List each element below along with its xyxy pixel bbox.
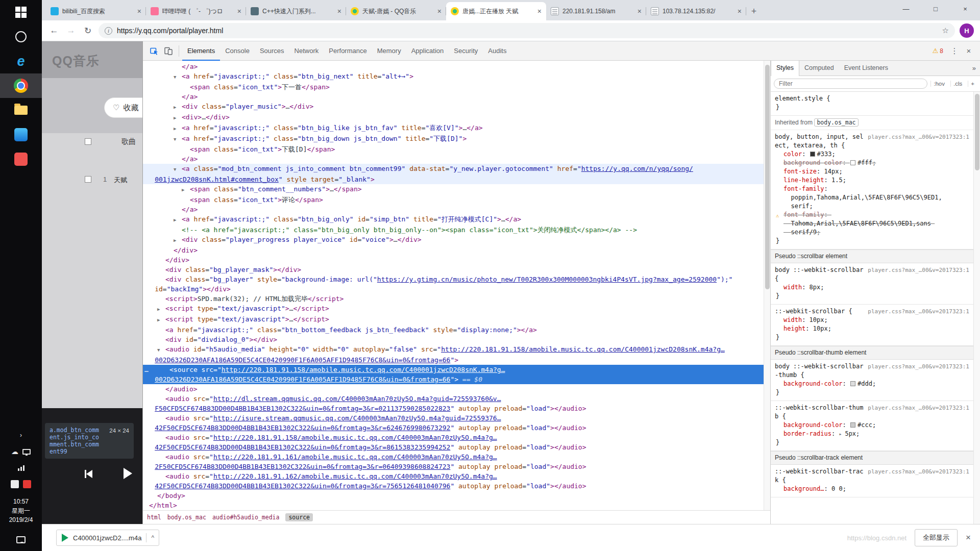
scrollbar-thumb[interactable] xyxy=(765,65,770,289)
css-property[interactable]: background-color: #ddd; xyxy=(775,380,969,388)
devtools-tab-network[interactable]: Network xyxy=(289,41,324,61)
new-tab-button[interactable]: + xyxy=(746,4,762,19)
tab-close-icon[interactable]: × xyxy=(137,8,141,15)
taskbar-item-app-blue[interactable] xyxy=(0,122,42,147)
code-line[interactable]: <audio src="http://220.181.91.162/amobil… xyxy=(143,471,770,481)
download-bar-close-icon[interactable]: × xyxy=(966,533,971,543)
devtools-tab-application[interactable]: Application xyxy=(406,41,449,61)
row-checkbox[interactable] xyxy=(85,176,91,183)
tab-close-icon[interactable]: × xyxy=(337,8,341,15)
start-button[interactable] xyxy=(0,0,42,24)
devtools-tab-performance[interactable]: Performance xyxy=(324,41,372,61)
taskbar-item-chrome[interactable] xyxy=(0,73,42,98)
code-line[interactable]: 002D6326D230AFA186A59DE5C4CE0420990F1F6A… xyxy=(143,355,770,365)
css-property[interactable]: width: 10px; xyxy=(775,316,969,324)
css-property[interactable]: height: 10px; xyxy=(775,324,969,333)
code-line[interactable]: <audio src="http://dl.stream.qqmusic.qq.… xyxy=(143,394,770,404)
devtools-tab-elements[interactable]: Elements xyxy=(182,41,220,61)
previous-track-icon[interactable] xyxy=(85,470,92,478)
devtools-close-icon[interactable]: × xyxy=(962,41,976,61)
show-all-downloads-button[interactable]: 全部显示 xyxy=(915,529,958,546)
code-line[interactable]: 2F50CFD5CF674B83DD00D4BB1B43EB1302C322&u… xyxy=(143,462,770,471)
code-line[interactable]: <a href="javascript:;" class="btn_bottom… xyxy=(143,325,770,335)
console-warning-count[interactable]: ⚠ 8 xyxy=(928,47,947,55)
color-swatch[interactable] xyxy=(850,160,855,165)
code-line[interactable]: <div class="bg_player" style="background… xyxy=(143,274,770,284)
maximize-button[interactable]: □ xyxy=(921,0,950,17)
code-line[interactable]: 42F50CFD5CF674B83DD00D4BB1B43EB1302C322&… xyxy=(143,423,770,433)
browser-tab-bilibili-search[interactable]: bilibili_百度搜索 × xyxy=(46,2,146,20)
code-line[interactable]: <audio src="http://220.181.91.158/amobil… xyxy=(143,433,770,442)
tab-event-listeners[interactable]: Event Listeners xyxy=(839,61,893,76)
css-rule[interactable]: player.css?max_…00&v=2017323:1body, butt… xyxy=(771,130,973,249)
taskbar-item-cortana[interactable] xyxy=(0,24,42,49)
css-property[interactable]: color: #333; xyxy=(775,150,969,159)
code-line[interactable]: ▶<a href="javascript:;" class="btn_big_l… xyxy=(143,123,770,134)
css-property[interactable]: font-size: 14px; xyxy=(775,167,969,176)
download-menu-icon[interactable]: ^ xyxy=(146,533,159,542)
tab-computed[interactable]: Computed xyxy=(799,61,839,76)
css-rule[interactable]: player.css?max_…00&v=2017323:1body ::-we… xyxy=(771,360,973,401)
devtools-tab-console[interactable]: Console xyxy=(220,41,255,61)
css-property[interactable]: background-color: #fff; xyxy=(775,159,969,167)
code-line[interactable]: <audio src="http://isure.stream.qqmusic.… xyxy=(143,413,770,423)
inherited-node-link[interactable]: body.os_mac xyxy=(814,118,858,127)
styles-filter-input[interactable] xyxy=(774,79,927,89)
inspect-element-icon[interactable] xyxy=(147,41,161,61)
tab-close-icon[interactable]: × xyxy=(437,8,442,15)
color-swatch[interactable] xyxy=(850,422,855,428)
breadcrumb-item-selected[interactable]: source xyxy=(285,513,313,521)
qqmusic-logo[interactable]: QQ音乐 xyxy=(52,53,100,69)
collect-button[interactable]: ♡ 收藏 xyxy=(104,97,142,118)
song-row-title[interactable]: 天赋 xyxy=(114,176,127,185)
browser-tab-cpp-tutorial[interactable]: C++快速入门系列... × xyxy=(246,2,346,20)
taskbar-clock[interactable]: 10:57 星期一 2019/2/4 xyxy=(9,493,33,529)
css-rule[interactable]: player.css?max_…00&v=2017323:1::-webkit-… xyxy=(771,465,973,497)
stylesheet-link[interactable]: player.css?max_…00&v=2017323:1 xyxy=(868,362,969,371)
browser-tab-ip-103[interactable]: 103.78.124.135:82/ × xyxy=(646,2,746,20)
code-line[interactable]: ▼<audio id="h5audio_media" height="0" wi… xyxy=(143,344,770,355)
code-line[interactable]: ▼<a href="javascript:;" class="btn_big_n… xyxy=(143,71,770,82)
tabs-overflow-icon[interactable]: » xyxy=(968,64,980,72)
browser-tab-qqmusic-song[interactable]: 天赋-唐嫣 - QQ音乐 × xyxy=(346,2,446,20)
color-swatch[interactable] xyxy=(810,152,815,157)
stylesheet-link[interactable]: player.css?max_…00&v=2017323:1 xyxy=(868,307,969,316)
address-url[interactable]: https://y.qq.com/portal/player.html xyxy=(117,27,938,35)
color-swatch[interactable] xyxy=(850,381,855,386)
code-line[interactable]: ▶<div>…</div> xyxy=(143,112,770,123)
device-toolbar-icon[interactable] xyxy=(161,41,176,61)
code-line[interactable]: <div id="divdialog_0"></div> xyxy=(143,335,770,344)
code-line[interactable]: …<source src="http://220.181.91.158/amob… xyxy=(143,365,770,374)
code-line[interactable]: <div class="bg_player_mask"></div> xyxy=(143,265,770,274)
code-line[interactable]: ▼<a href="javascript:;" class="btn_big_d… xyxy=(143,134,770,144)
code-line[interactable]: F50CFD5CF674B83DD00D4BB1B43EB1302C322&ui… xyxy=(143,404,770,413)
code-line[interactable]: </audio> xyxy=(143,384,770,394)
play-icon[interactable] xyxy=(124,468,132,479)
code-line[interactable]: ▶<a href="javascript:;" class="btn_big_o… xyxy=(143,214,770,225)
css-property[interactable]: background…: 0 0; xyxy=(775,485,969,493)
code-line[interactable]: <span class="icon_txt">下一首</span> xyxy=(143,82,770,92)
devtools-tab-sources[interactable]: Sources xyxy=(255,41,289,61)
css-property[interactable]: font-family: poppin,Tahoma,Arial,\5FAE\8… xyxy=(775,185,969,211)
minimize-button[interactable]: — xyxy=(891,0,921,17)
stylesheet-link[interactable]: player.css?max_…00&v=2017323:1 xyxy=(868,467,969,476)
omnibox[interactable]: i https://y.qq.com/portal/player.html ☆ xyxy=(99,23,955,38)
stylesheet-link[interactable]: player.css?max_…00&v=2017323:1 xyxy=(868,266,969,274)
browser-tab-ip-220[interactable]: 220.181.91.158/am × xyxy=(546,2,646,20)
taskbar-item-explorer[interactable] xyxy=(0,98,42,122)
action-center-button[interactable] xyxy=(0,529,42,551)
code-line[interactable]: id="backImg"></div> xyxy=(143,284,770,294)
code-line[interactable]: </a> xyxy=(143,154,770,164)
hover-state-toggle[interactable]: :hov xyxy=(930,81,947,87)
code-line[interactable]: <script>SPD.mark(32); // HTML加载完毕</scrip… xyxy=(143,294,770,304)
tab-close-icon[interactable]: × xyxy=(638,8,642,15)
taskbar-item-edge[interactable]: e xyxy=(0,49,42,73)
code-line[interactable]: 42F50CFD5CF674B83DD00D4BB1B43EB1302C322&… xyxy=(143,442,770,452)
code-line[interactable]: <!-- <a href="javascript:;" class="btn_b… xyxy=(143,225,770,235)
code-line[interactable]: </body> xyxy=(143,491,770,500)
code-line[interactable]: </html> xyxy=(143,500,770,510)
ime-icon[interactable] xyxy=(11,480,19,488)
css-property[interactable]: ⚠font-family: Tahoma,Arial,\5FAE\8F6F\96… xyxy=(775,211,969,237)
select-all-checkbox[interactable] xyxy=(85,138,91,145)
stylesheet-link[interactable]: player.css?max_…00&v=2017323:1 xyxy=(868,404,969,412)
